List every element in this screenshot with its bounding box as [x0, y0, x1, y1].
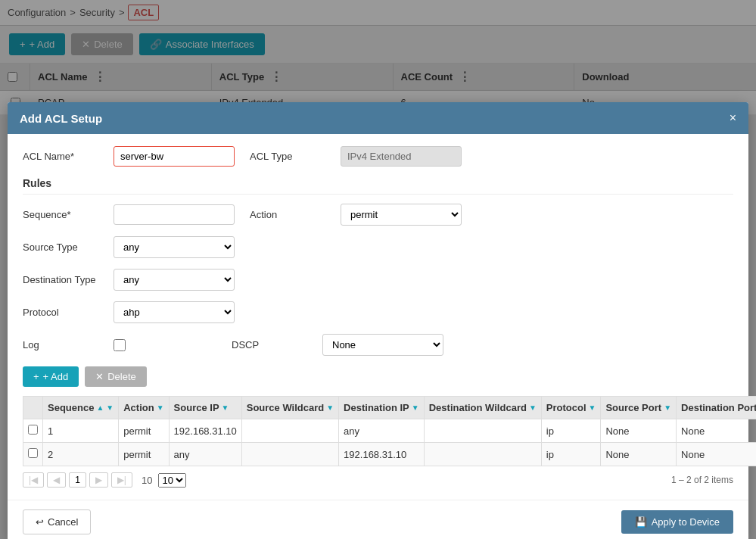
modal-title: Add ACL Setup	[20, 112, 102, 125]
dest-type-select[interactable]: any host network	[114, 269, 235, 291]
row-select-checkbox[interactable]	[28, 448, 38, 458]
acl-name-input[interactable]	[114, 146, 235, 167]
th-sequence-label: Sequence	[48, 402, 94, 413]
rules-table-body: 1 permit 192.168.31.10 any ip None None …	[23, 419, 757, 466]
log-checkbox[interactable]	[114, 339, 126, 351]
row-action: permit	[119, 419, 169, 443]
row-checkbox-cell	[23, 443, 43, 466]
cancel-button[interactable]: ↩ Cancel	[23, 509, 91, 534]
th-action: Action ▼	[119, 397, 169, 419]
log-checkbox-area	[114, 339, 126, 351]
acl-name-type-row: ACL Name* ACL Type	[23, 146, 733, 167]
th-dest-wildcard-label: Destination Wildcard	[429, 402, 527, 413]
cancel-label: Cancel	[48, 516, 78, 528]
dest-wildcard-filter-icon[interactable]: ▼	[529, 403, 537, 412]
row-dest-ip: any	[339, 419, 425, 443]
th-dest-ip: Destination IP ▼	[339, 397, 425, 419]
source-type-label: Source Type	[23, 241, 106, 253]
row-sequence: 2	[43, 443, 119, 466]
log-group: Log	[23, 339, 126, 351]
add-acl-modal: Add ACL Setup × ACL Name* ACL Type Rules…	[8, 102, 748, 539]
protocol-filter-icon[interactable]: ▼	[589, 403, 596, 412]
th-dest-port-label: Destination Port	[681, 402, 756, 413]
pagination-left: |◀ ◀ 1 ▶ ▶| 10 10 25 50	[23, 472, 186, 488]
protocol-row: Protocol ahp tcp udp icmp ip	[23, 301, 733, 323]
th-dest-ip-label: Destination IP	[344, 402, 409, 413]
sequence-filter-icon[interactable]: ▼	[106, 403, 114, 412]
dest-type-group: Destination Type any host network	[23, 269, 235, 291]
row-select-checkbox[interactable]	[28, 425, 38, 435]
dest-type-label: Destination Type	[23, 274, 106, 285]
close-button[interactable]: ×	[730, 111, 736, 125]
protocol-group: Protocol ahp tcp udp icmp ip	[23, 301, 235, 323]
sequence-input[interactable]	[114, 204, 235, 225]
row-source-wildcard	[241, 443, 338, 466]
dscp-select[interactable]: None AF11 AF12 EF	[322, 334, 443, 356]
log-dscp-row: Log DSCP None AF11 AF12 EF	[23, 334, 733, 356]
acl-type-display	[341, 146, 462, 167]
prev-page-button[interactable]: ◀	[47, 472, 66, 488]
th-action-label: Action	[123, 402, 154, 413]
row-dest-ip: 192.168.31.10	[339, 443, 425, 466]
row-checkbox-cell	[23, 419, 43, 443]
next-page-button[interactable]: ▶	[89, 472, 108, 488]
modal-body: ACL Name* ACL Type Rules Sequence* Actio…	[8, 134, 748, 500]
row-protocol: ip	[541, 419, 601, 443]
sort-up-icon[interactable]: ▲	[96, 403, 104, 412]
th-sequence: Sequence ▲ ▼	[43, 397, 119, 419]
inner-delete-button[interactable]: ✕ Delete	[85, 366, 147, 387]
inner-toolbar: + + Add ✕ Delete	[23, 366, 733, 387]
source-type-select[interactable]: any host network	[114, 236, 235, 258]
row-source-wildcard	[241, 419, 338, 443]
row-source-ip: 192.168.31.10	[169, 419, 241, 443]
apply-icon: 💾	[635, 516, 647, 528]
source-ip-filter-icon[interactable]: ▼	[222, 403, 229, 412]
current-page: 1	[69, 472, 86, 488]
row-dest-wildcard	[424, 419, 541, 443]
dest-ip-filter-icon[interactable]: ▼	[412, 403, 419, 412]
acl-type-label: ACL Type	[250, 151, 333, 162]
source-type-group: Source Type any host network	[23, 236, 235, 258]
action-filter-icon[interactable]: ▼	[157, 403, 164, 412]
dscp-label: DSCP	[232, 339, 315, 351]
inner-add-button[interactable]: + + Add	[23, 366, 79, 387]
first-page-button[interactable]: |◀	[23, 472, 44, 488]
log-label: Log	[23, 339, 106, 351]
table-row: 1 permit 192.168.31.10 any ip None None …	[23, 419, 757, 443]
row-dest-wildcard	[424, 443, 541, 466]
apply-button[interactable]: 💾 Apply to Device	[621, 510, 733, 534]
table-row: 2 permit any 192.168.31.10 ip None None …	[23, 443, 757, 466]
row-protocol: ip	[541, 443, 601, 466]
acl-name-group: ACL Name*	[23, 146, 235, 167]
th-dest-port: Destination Port ▼	[677, 397, 756, 419]
dscp-group: DSCP None AF11 AF12 EF	[232, 334, 443, 356]
rules-table: Sequence ▲ ▼ Action ▼ Source IP	[23, 396, 756, 466]
rules-section-title: Rules	[23, 177, 733, 195]
last-page-button[interactable]: ▶|	[111, 472, 132, 488]
pagination-info: 1 – 2 of 2 items	[671, 475, 733, 485]
th-checkbox	[23, 397, 43, 419]
source-wildcard-filter-icon[interactable]: ▼	[326, 403, 334, 412]
apply-label: Apply to Device	[652, 516, 720, 528]
acl-name-label: ACL Name*	[23, 151, 106, 162]
th-source-ip: Source IP ▼	[169, 397, 241, 419]
th-protocol: Protocol ▼	[541, 397, 601, 419]
row-action: permit	[119, 443, 169, 466]
inner-delete-icon: ✕	[95, 371, 104, 382]
row-source-port: None	[601, 419, 677, 443]
per-page-select[interactable]: 10 25 50	[158, 473, 186, 488]
th-source-port-label: Source Port	[605, 402, 661, 413]
th-source-wildcard: Source Wildcard ▼	[241, 397, 338, 419]
th-source-port: Source Port ▼	[601, 397, 677, 419]
row-source-ip: any	[169, 443, 241, 466]
action-select[interactable]: permit deny	[341, 204, 462, 226]
pagination: |◀ ◀ 1 ▶ ▶| 10 10 25 50 1 – 2 of 2 items	[23, 472, 733, 488]
protocol-select[interactable]: ahp tcp udp icmp ip	[114, 301, 235, 323]
source-port-filter-icon[interactable]: ▼	[664, 403, 671, 412]
modal-header: Add ACL Setup ×	[8, 102, 748, 134]
action-label: Action	[250, 209, 333, 220]
protocol-label: Protocol	[23, 307, 106, 318]
row-dest-port: None	[677, 443, 756, 466]
sequence-label: Sequence*	[23, 209, 106, 220]
row-sequence: 1	[43, 419, 119, 443]
